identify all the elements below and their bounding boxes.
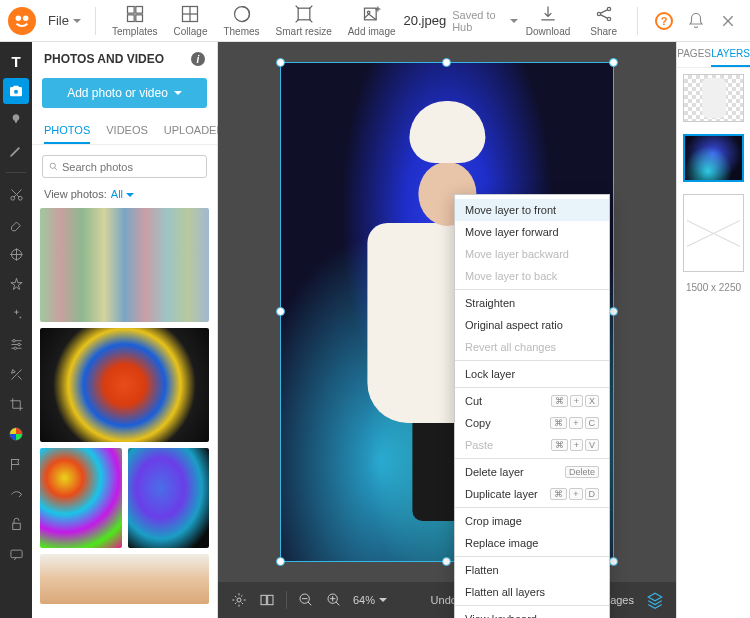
zoom-out-button[interactable] — [297, 591, 315, 609]
divider — [455, 289, 609, 290]
canvas-dimensions: 1500 x 2250 — [677, 278, 750, 297]
svg-point-37 — [14, 347, 17, 350]
chat-tool[interactable] — [3, 541, 29, 567]
draw-tool[interactable] — [3, 138, 29, 164]
resize-handle[interactable] — [609, 307, 618, 316]
svg-rect-24 — [13, 86, 18, 88]
graphics-tool[interactable] — [3, 108, 29, 134]
ctx-duplicate[interactable]: Duplicate layer⌘+D — [455, 483, 609, 505]
adjust-tool[interactable] — [3, 331, 29, 357]
search-input[interactable] — [62, 161, 200, 173]
layer-thumb[interactable] — [683, 134, 744, 182]
right-panel: PAGES LAYERS 1500 x 2250 — [676, 42, 750, 618]
resize-handle[interactable] — [442, 557, 451, 566]
app-logo[interactable] — [8, 7, 36, 35]
resize-handle[interactable] — [609, 557, 618, 566]
divider — [455, 556, 609, 557]
ctx-aspect[interactable]: Original aspect ratio — [455, 314, 609, 336]
resize-handle[interactable] — [276, 557, 285, 566]
themes-button[interactable]: Themes — [215, 2, 267, 39]
add-photo-video-button[interactable]: Add photo or video — [42, 78, 207, 108]
templates-button[interactable]: Templates — [104, 2, 166, 39]
resize-handle[interactable] — [442, 58, 451, 67]
ctx-flatten[interactable]: Flatten — [455, 559, 609, 581]
svg-rect-2 — [127, 7, 134, 14]
svg-line-52 — [336, 602, 339, 605]
stock-photo-thumb[interactable] — [40, 554, 209, 604]
text-tool[interactable]: T — [3, 48, 29, 74]
chevron-down-icon — [73, 19, 81, 23]
info-icon[interactable]: i — [191, 52, 205, 66]
close-button[interactable] — [714, 7, 742, 35]
resize-handle[interactable] — [609, 58, 618, 67]
smart-resize-button[interactable]: Smart resize — [268, 2, 340, 39]
ctx-move-back: Move layer to back — [455, 265, 609, 287]
notifications-button[interactable] — [682, 7, 710, 35]
flag-tool[interactable] — [3, 451, 29, 477]
top-bar: File Templates Collage Themes Smart resi… — [0, 0, 750, 42]
stock-photo-thumb[interactable] — [40, 328, 209, 442]
ctx-shortcuts[interactable]: View keyboard shortcuts⌘+/ — [455, 608, 609, 618]
ctx-revert: Revert all changes — [455, 336, 609, 358]
svg-rect-40 — [10, 550, 21, 558]
zoom-level[interactable]: 64% — [353, 594, 387, 606]
sparkle-tool[interactable] — [3, 301, 29, 327]
wand-tool[interactable] — [3, 241, 29, 267]
rotate-tool[interactable] — [3, 511, 29, 537]
layer-thumb[interactable] — [683, 74, 744, 122]
ctx-cut[interactable]: Cut⌘+X — [455, 390, 609, 412]
ctx-move-forward[interactable]: Move layer forward — [455, 221, 609, 243]
photos-tool[interactable] — [3, 78, 29, 104]
resize-handle[interactable] — [276, 307, 285, 316]
ctx-move-front[interactable]: Move layer to front — [455, 199, 609, 221]
stock-photo-thumb[interactable] — [128, 448, 210, 548]
tab-uploaded[interactable]: UPLOADED — [164, 118, 225, 144]
layers-panel-button[interactable] — [646, 591, 664, 609]
resize-handle[interactable] — [276, 58, 285, 67]
arrow-tool[interactable] — [3, 481, 29, 507]
ctx-crop[interactable]: Crop image — [455, 510, 609, 532]
ctx-copy[interactable]: Copy⌘+C — [455, 412, 609, 434]
enhance-tool[interactable] — [3, 361, 29, 387]
zoom-in-button[interactable] — [325, 591, 343, 609]
tab-layers[interactable]: LAYERS — [711, 42, 750, 67]
divider — [637, 7, 638, 35]
canvas-viewport[interactable]: Move layer to front Move layer forward M… — [218, 42, 676, 582]
compare-icon[interactable] — [258, 591, 276, 609]
svg-line-19 — [600, 15, 607, 18]
search-icon — [49, 160, 58, 173]
ctx-flatten-all[interactable]: Flatten all layers — [455, 581, 609, 603]
ctx-delete[interactable]: Delete layerDelete — [455, 461, 609, 483]
stock-photo-thumb[interactable] — [40, 208, 209, 322]
color-tool[interactable] — [3, 421, 29, 447]
help-button[interactable]: ? — [650, 7, 678, 35]
svg-point-16 — [607, 7, 610, 10]
left-panel: PHOTOS AND VIDEO i Add photo or video PH… — [32, 42, 218, 618]
tab-photos[interactable]: PHOTOS — [44, 118, 90, 144]
svg-rect-45 — [268, 595, 273, 604]
crop-tool[interactable] — [3, 391, 29, 417]
search-box[interactable] — [42, 155, 207, 178]
view-filter-dropdown[interactable]: All — [111, 188, 134, 200]
download-button[interactable]: Download — [518, 2, 578, 39]
title-area: 20.jpeg Saved to Hub — [404, 9, 518, 33]
svg-point-1 — [23, 15, 28, 21]
eraser-tool[interactable] — [3, 211, 29, 237]
svg-line-42 — [55, 168, 57, 170]
stock-photo-thumb[interactable] — [40, 448, 122, 548]
ctx-lock[interactable]: Lock layer — [455, 363, 609, 385]
file-menu[interactable]: File — [42, 9, 87, 32]
tab-videos[interactable]: VIDEOS — [106, 118, 148, 144]
cut-tool[interactable] — [3, 181, 29, 207]
settings-icon[interactable] — [230, 591, 248, 609]
star-tool[interactable] — [3, 271, 29, 297]
collage-button[interactable]: Collage — [166, 2, 216, 39]
share-button[interactable]: Share — [582, 2, 625, 39]
divider — [455, 458, 609, 459]
ctx-replace[interactable]: Replace image — [455, 532, 609, 554]
saved-status[interactable]: Saved to Hub — [452, 9, 518, 33]
add-image-button[interactable]: Add image — [340, 2, 404, 39]
ctx-straighten[interactable]: Straighten — [455, 292, 609, 314]
layer-thumb-canvas[interactable] — [683, 194, 744, 272]
tab-pages[interactable]: PAGES — [677, 42, 711, 67]
